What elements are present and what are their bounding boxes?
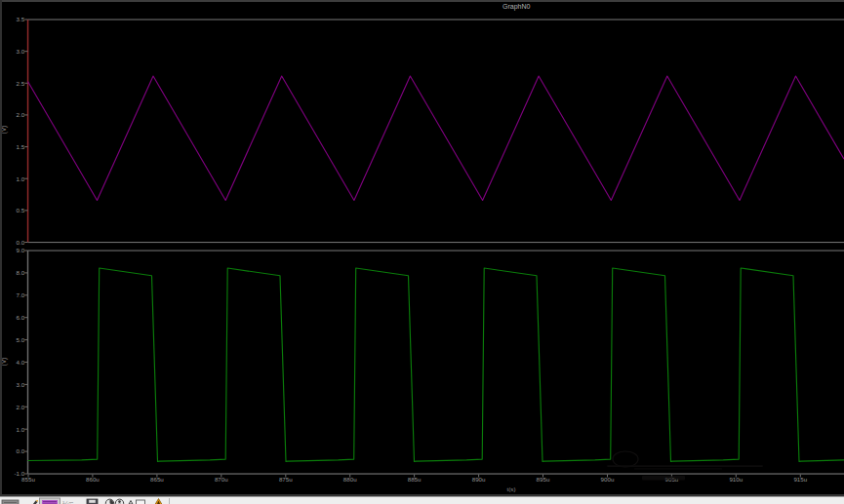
svg-text:2.5: 2.5 [17,80,25,87]
svg-text:7.0: 7.0 [17,291,25,298]
svg-text:885u: 885u [408,476,422,483]
svg-text:1.5: 1.5 [17,143,25,150]
svg-text:0.5: 0.5 [17,207,25,213]
svg-text:1.0: 1.0 [17,426,25,433]
svg-text:4.0: 4.0 [17,359,25,366]
svg-text:915u: 915u [793,476,807,483]
svg-text:0.0: 0.0 [17,239,25,246]
svg-text:2.0: 2.0 [17,404,25,410]
svg-text:865u: 865u [150,476,164,483]
svg-text:855u: 855u [21,476,35,483]
svg-text:870u: 870u [215,476,228,483]
svg-text:t(s): t(s) [507,485,516,492]
svg-text:900u: 900u [601,476,615,483]
svg-text:8.0: 8.0 [17,269,25,276]
svg-text:895u: 895u [537,476,550,483]
svg-text:880u: 880u [343,476,357,483]
svg-text:860u: 860u [86,476,100,483]
svg-text:3.0: 3.0 [17,381,25,388]
svg-text:1.0: 1.0 [17,175,25,182]
svg-text:¼≈: ¼≈ [62,499,74,504]
svg-text:3.0: 3.0 [17,48,25,55]
svg-text:875u: 875u [279,476,293,483]
svg-text:0.0: 0.0 [17,447,25,454]
svg-text:9.0: 9.0 [17,247,25,253]
svg-text:3.5: 3.5 [17,16,25,22]
svg-text:910u: 910u [729,476,743,483]
svg-text:890u: 890u [472,476,486,483]
svg-text:6.0: 6.0 [17,314,25,321]
svg-text:5.0: 5.0 [17,336,25,343]
svg-text:2.0: 2.0 [17,111,25,118]
